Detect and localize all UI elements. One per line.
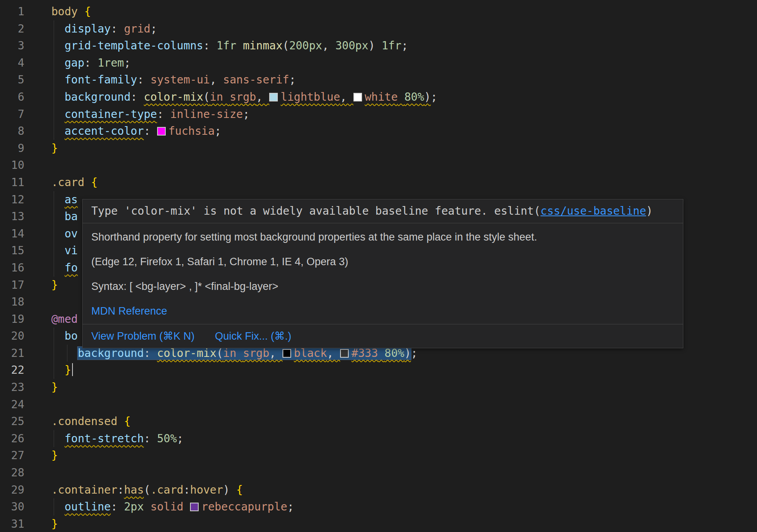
code-line[interactable]: 3 grid-template-columns: 1fr minmax(200p…: [0, 37, 757, 54]
line-number[interactable]: 1: [0, 3, 24, 20]
code-token: ,: [340, 90, 353, 103]
eslint-message-close-paren: ): [646, 204, 653, 217]
color-swatch[interactable]: [157, 127, 166, 136]
code-line[interactable]: 11.card {: [0, 174, 757, 191]
view-problem-link[interactable]: View Problem (⌘K N): [91, 329, 195, 343]
line-number[interactable]: 24: [0, 396, 24, 413]
code-line[interactable]: 1body {: [0, 3, 757, 20]
code-token: [84, 176, 91, 189]
code-text: .container:has(.card:hover) {: [51, 481, 243, 499]
color-swatch[interactable]: [190, 503, 199, 511]
line-number[interactable]: 7: [0, 106, 24, 123]
code-line[interactable]: 8 accent-color: fuchsia;: [0, 123, 757, 140]
indent-guide: [54, 208, 54, 225]
code-line[interactable]: 10: [0, 157, 757, 174]
code-line[interactable]: 27}: [0, 447, 757, 464]
code-token: in: [210, 90, 223, 103]
eslint-rule-link[interactable]: css/use-baseline: [540, 204, 646, 217]
line-number[interactable]: 31: [0, 516, 24, 532]
code-line[interactable]: 2 display: grid;: [0, 20, 757, 38]
code-token: :: [157, 108, 170, 121]
code-text: fo: [51, 259, 78, 277]
line-number[interactable]: 4: [0, 54, 24, 72]
line-number[interactable]: 11: [0, 174, 24, 191]
code-line[interactable]: 22 }: [0, 362, 757, 379]
code-token: 2px: [124, 500, 144, 513]
line-number[interactable]: 18: [0, 293, 24, 311]
indent-guide: [54, 430, 54, 447]
color-swatch[interactable]: [340, 349, 349, 358]
code-token: srgb: [243, 347, 269, 360]
code-text: accent-color: fuchsia;: [51, 123, 221, 140]
code-line[interactable]: 25.condensed {: [0, 413, 757, 430]
code-token: }: [51, 449, 58, 462]
code-line[interactable]: 23}: [0, 379, 757, 396]
mdn-reference-link[interactable]: MDN Reference: [91, 305, 167, 317]
code-token: accent-color: [65, 125, 144, 138]
code-line[interactable]: 28: [0, 464, 757, 481]
line-number[interactable]: 20: [0, 328, 24, 345]
indent-guide: [54, 328, 54, 345]
code-token: ;: [215, 125, 221, 138]
code-line[interactable]: 30 outline: 2px solid rebeccapurple;: [0, 498, 757, 516]
code-text: ov: [51, 225, 78, 242]
code-token: hover: [190, 483, 223, 496]
code-line[interactable]: 5 font-family: system-ui, sans-serif;: [0, 71, 757, 89]
code-token: :: [137, 73, 150, 86]
code-line[interactable]: 9}: [0, 140, 757, 157]
code-token: ): [368, 39, 375, 52]
line-number[interactable]: 16: [0, 259, 24, 277]
line-number[interactable]: 5: [0, 71, 24, 89]
code-token: 300px: [335, 39, 368, 52]
code-line[interactable]: 7 container-type: inline-size;: [0, 106, 757, 123]
code-text: as: [51, 191, 78, 208]
line-number[interactable]: 6: [0, 89, 24, 106]
code-token: 1fr: [216, 39, 236, 52]
line-number[interactable]: 12: [0, 191, 24, 208]
quick-fix-link[interactable]: Quick Fix... (⌘.): [215, 329, 292, 343]
line-number[interactable]: 3: [0, 37, 24, 54]
code-line[interactable]: 6 background: color-mix(in srgb, lightbl…: [0, 89, 757, 106]
line-number[interactable]: 14: [0, 225, 24, 242]
code-line[interactable]: 4 gap: 1rem;: [0, 54, 757, 72]
code-token: {: [84, 5, 91, 18]
code-token: has: [124, 483, 144, 496]
code-token: 50%: [157, 432, 177, 445]
code-token: srgb: [230, 90, 256, 103]
line-number[interactable]: 21: [0, 345, 24, 362]
code-line[interactable]: 24: [0, 396, 757, 413]
code-token: bo: [65, 329, 78, 342]
line-number[interactable]: 17: [0, 277, 24, 294]
line-number[interactable]: 23: [0, 379, 24, 396]
code-text: grid-template-columns: 1fr minmax(200px,…: [51, 37, 408, 54]
color-swatch[interactable]: [269, 93, 278, 101]
line-number[interactable]: 25: [0, 413, 24, 430]
code-token: [236, 347, 243, 360]
line-number[interactable]: 2: [0, 20, 24, 38]
indent-guide: [54, 89, 54, 106]
code-token: white: [365, 90, 398, 103]
code-token: solid: [150, 500, 183, 513]
line-number[interactable]: 22: [0, 362, 24, 379]
line-number[interactable]: 26: [0, 430, 24, 447]
line-number[interactable]: 9: [0, 140, 24, 157]
line-number[interactable]: 8: [0, 123, 24, 140]
code-line[interactable]: 26 font-stretch: 50%;: [0, 430, 757, 447]
code-line[interactable]: 31}: [0, 516, 757, 532]
indent-guide: [54, 71, 54, 89]
line-number[interactable]: 28: [0, 464, 24, 481]
line-number[interactable]: 19: [0, 311, 24, 328]
line-number[interactable]: 10: [0, 157, 24, 174]
code-text: .card {: [51, 174, 98, 191]
line-number[interactable]: 15: [0, 242, 24, 259]
code-token: [118, 415, 124, 428]
line-number[interactable]: 13: [0, 208, 24, 225]
code-line[interactable]: 29.container:has(.card:hover) {: [0, 481, 757, 499]
code-token: 80%: [384, 347, 404, 360]
color-swatch[interactable]: [353, 93, 362, 101]
line-number[interactable]: 30: [0, 498, 24, 516]
code-token: 200px: [289, 39, 322, 52]
line-number[interactable]: 29: [0, 481, 24, 499]
line-number[interactable]: 27: [0, 447, 24, 464]
color-swatch[interactable]: [283, 349, 291, 358]
